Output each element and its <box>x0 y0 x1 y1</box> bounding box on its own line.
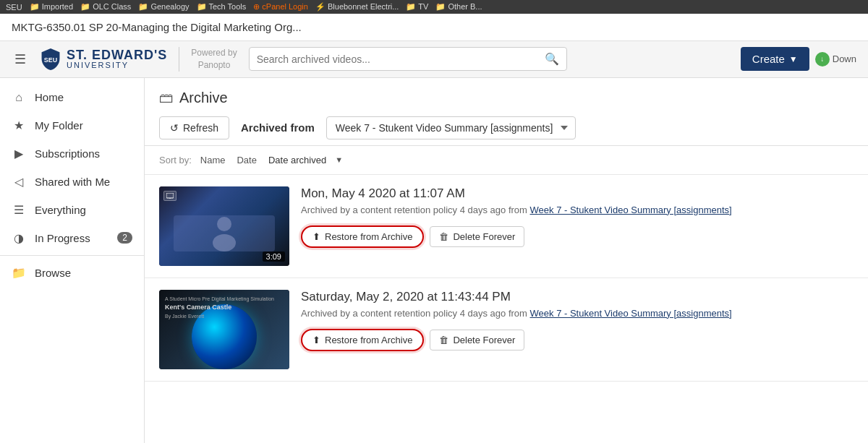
description-link[interactable]: Week 7 - Stukent Video Summary [assignme… <box>530 308 732 319</box>
bookmark-item[interactable]: 📁 TV <box>406 2 428 12</box>
archive-header: 🗃 Archive ↺ Refresh Archived from Week 7… <box>145 78 868 146</box>
search-wrapper: 🔍 <box>249 47 567 71</box>
svg-rect-1 <box>166 193 174 198</box>
delete-icon: 🗑 <box>439 231 448 242</box>
sort-by-label: Sort by: <box>159 155 192 165</box>
refresh-button[interactable]: ↺ Refresh <box>159 116 229 139</box>
sidebar-item-label: Everything <box>35 204 132 216</box>
svg-point-4 <box>213 234 236 251</box>
folder-icon: 📁 <box>12 266 26 280</box>
archived-from-label: Archived from <box>241 121 315 134</box>
bookmark-item[interactable]: SEU <box>6 3 22 12</box>
bookmark-item[interactable]: 📁 Genealogy <box>138 2 189 12</box>
download-label: Down <box>833 53 856 64</box>
share-icon: ◁ <box>12 175 26 189</box>
action-buttons: ⬆ Restore from Archive 🗑 Delete Forever <box>301 329 854 351</box>
video-item: A Student Micro Pre Digital Marketing Si… <box>145 278 868 382</box>
search-area: 🔍 <box>249 47 567 71</box>
sidebar-item-home[interactable]: ⌂ Home <box>0 84 144 111</box>
delete-icon: 🗑 <box>439 335 448 345</box>
main-header: ☰ SEU ST. EDWARD'S UNIVERSITY Powered by… <box>0 41 868 78</box>
thumbnail-wrapper[interactable]: 3:09 <box>159 186 289 266</box>
sort-arrow-icon: ▼ <box>335 155 343 164</box>
sidebar-item-label: My Folder <box>35 119 132 132</box>
video-datetime: Mon, May 4 2020 at 11:07 AM <box>301 186 854 201</box>
sidebar-item-browse[interactable]: 📁 Browse <box>0 259 144 287</box>
delete-forever-button[interactable]: 🗑 Delete Forever <box>430 226 524 247</box>
archive-icon: 🗃 <box>159 90 174 106</box>
app-layout: ⌂ Home ★ My Folder ▶ Subscriptions ◁ Sha… <box>0 78 868 443</box>
search-input[interactable] <box>257 53 545 65</box>
duration-badge: 3:09 <box>263 251 285 262</box>
create-label: Create <box>752 53 785 65</box>
description-text: Archived by a content retention policy 4… <box>301 308 527 319</box>
university-logo: SEU <box>41 48 61 71</box>
sidebar-item-label: Shared with Me <box>35 176 132 188</box>
create-dropdown-arrow: ▼ <box>789 54 798 64</box>
create-button[interactable]: Create ▼ <box>741 47 809 71</box>
sidebar: ⌂ Home ★ My Folder ▶ Subscriptions ◁ Sha… <box>0 78 145 443</box>
star-icon: ★ <box>12 119 26 132</box>
play-icon: ▶ <box>12 147 26 160</box>
list-icon: ☰ <box>12 203 26 217</box>
archive-title-row: 🗃 Archive <box>159 90 854 106</box>
svg-text:SEU: SEU <box>44 56 57 63</box>
delete-label: Delete Forever <box>453 231 515 242</box>
powered-by-text: Powered byPanopto <box>179 47 237 72</box>
sidebar-item-everything[interactable]: ☰ Everything <box>0 196 144 224</box>
bookmark-item[interactable]: ⊕ cPanel Login <box>253 2 308 12</box>
svg-point-3 <box>217 217 231 231</box>
restore-from-archive-button[interactable]: ⬆ Restore from Archive <box>301 225 424 248</box>
logo-sub-text: UNIVERSITY <box>67 61 167 69</box>
restore-label: Restore from Archive <box>325 231 412 242</box>
sidebar-divider <box>0 255 144 256</box>
bookmark-item[interactable]: 📁 OLC Class <box>80 2 131 12</box>
sort-option-date[interactable]: Date <box>234 153 259 167</box>
thumbnail-placeholder: A Student Micro Pre Digital Marketing Si… <box>159 290 289 369</box>
in-progress-badge: 2 <box>117 232 132 244</box>
sidebar-item-label: In Progress <box>35 232 109 244</box>
sort-option-name[interactable]: Name <box>197 153 229 167</box>
sidebar-item-my-folder[interactable]: ★ My Folder <box>0 111 144 139</box>
sidebar-item-in-progress[interactable]: ◑ In Progress 2 <box>0 224 144 252</box>
restore-from-archive-button[interactable]: ⬆ Restore from Archive <box>301 329 424 351</box>
page-title-bar: MKTG-6350.01 SP 20-Managing the Digital … <box>0 14 868 41</box>
sidebar-item-label: Home <box>35 91 132 103</box>
sort-option-date-archived[interactable]: Date archived <box>265 153 329 167</box>
video-info: Saturday, May 2, 2020 at 11:43:44 PM Arc… <box>301 290 854 351</box>
archive-title-text: Archive <box>179 90 228 106</box>
logo-text: ST. EDWARD'S UNIVERSITY <box>67 48 167 69</box>
bookmark-item[interactable]: ⚡ Bluebonnet Electri... <box>315 2 399 12</box>
hamburger-button[interactable]: ☰ <box>12 48 29 70</box>
sort-bar: Sort by: Name Date Date archived ▼ <box>145 146 868 175</box>
download-badge: ↓ Down <box>815 52 856 66</box>
video-list: 3:09 Mon, May 4 2020 at 11:07 AM Archive… <box>145 175 868 382</box>
home-icon: ⌂ <box>12 91 26 104</box>
screen-icon <box>163 191 176 201</box>
sidebar-item-label: Subscriptions <box>35 147 132 160</box>
logo-area: SEU ST. EDWARD'S UNIVERSITY <box>41 48 167 71</box>
search-icon-button[interactable]: 🔍 <box>545 52 559 66</box>
description-text: Archived by a content retention policy 4… <box>301 205 527 215</box>
bookmark-item[interactable]: 📁 Other B... <box>435 2 482 12</box>
action-buttons: ⬆ Restore from Archive 🗑 Delete Forever <box>301 225 854 248</box>
bookmark-bar: SEU 📁 Imported 📁 OLC Class 📁 Genealogy 📁… <box>0 0 868 14</box>
description-link[interactable]: Week 7 - Stukent Video Summary [assignme… <box>530 205 732 215</box>
delete-forever-button[interactable]: 🗑 Delete Forever <box>430 330 524 350</box>
bookmark-item[interactable]: 📁 Tech Tools <box>197 2 247 12</box>
video-description: Archived by a content retention policy 4… <box>301 307 854 320</box>
refresh-label: Refresh <box>183 122 218 134</box>
archived-from-select[interactable]: Week 7 - Stukent Video Summary [assignme… <box>326 116 576 139</box>
video-item: 3:09 Mon, May 4 2020 at 11:07 AM Archive… <box>145 175 868 278</box>
sidebar-item-label: Browse <box>35 267 132 279</box>
bookmark-item[interactable]: 📁 Imported <box>30 2 73 12</box>
delete-label: Delete Forever <box>453 335 515 345</box>
sidebar-item-shared-with-me[interactable]: ◁ Shared with Me <box>0 168 144 196</box>
video-datetime: Saturday, May 2, 2020 at 11:43:44 PM <box>301 290 854 304</box>
video-description: Archived by a content retention policy 4… <box>301 204 854 217</box>
thumbnail-wrapper[interactable]: A Student Micro Pre Digital Marketing Si… <box>159 290 289 369</box>
restore-icon: ⬆ <box>312 231 320 242</box>
sidebar-item-subscriptions[interactable]: ▶ Subscriptions <box>0 139 144 168</box>
person-silhouette <box>203 215 246 251</box>
main-content: 🗃 Archive ↺ Refresh Archived from Week 7… <box>145 78 868 443</box>
